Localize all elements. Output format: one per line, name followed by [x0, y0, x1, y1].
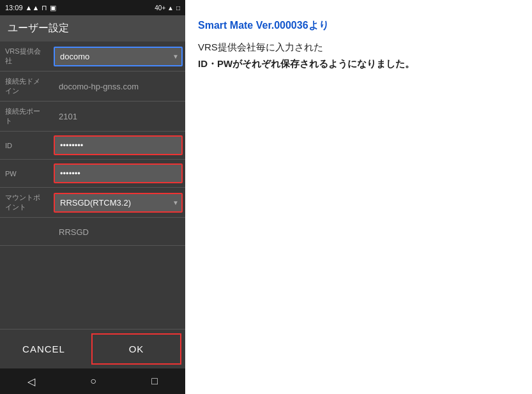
ok-button[interactable]: OK [91, 333, 181, 365]
input-pw-container [51, 161, 185, 186]
field-domain: 接続先ドメイン [0, 72, 185, 102]
input-port-container [51, 105, 185, 128]
field-vrs-company: VRS提供会社 docomo au softbank ▼ [0, 42, 185, 72]
cancel-button[interactable]: CANCEL [0, 330, 87, 368]
input-domain-container [51, 75, 185, 98]
status-bar: 13:09 ▲▲ ⊓ ▣ 40+ ▲ □ [0, 0, 185, 15]
field-rrsgd-static: RRSGD [0, 218, 185, 246]
form-area: VRS提供会社 docomo au softbank ▼ 接続先ドメイン [0, 42, 185, 329]
info-panel: Smart Mate Ver.000036より VRS提供会社毎に入力された I… [185, 0, 532, 394]
nav-bar: ◁ ○ □ [0, 368, 185, 394]
app-content: ユーザー設定 VRS提供会社 docomo au softbank ▼ [0, 15, 185, 368]
info-line2: ID・PWがそれぞれ保存されるようになりました。 [198, 58, 414, 69]
bottom-buttons: CANCEL OK [0, 329, 185, 368]
input-pw[interactable] [54, 163, 183, 183]
battery-level: □ [176, 4, 180, 11]
input-id-container [51, 133, 185, 158]
input-id[interactable] [54, 135, 183, 155]
input-mountpoint-container: RRSGD(RTCM3.2) RRSGD ▼ [51, 190, 185, 215]
field-mountpoint: マウントポイント RRSGD(RTCM3.2) RRSGD ▼ [0, 188, 185, 218]
title-bar: ユーザー設定 [0, 15, 185, 42]
carrier-text: 40+ ▲ [155, 4, 174, 11]
label-mountpoint: マウントポイント [0, 188, 51, 217]
input-domain[interactable] [54, 78, 183, 95]
phone-frame: 13:09 ▲▲ ⊓ ▣ 40+ ▲ □ ユーザー設定 VRS提供会社 doco… [0, 0, 185, 394]
select-wrapper-vrs: docomo au softbank ▼ [54, 47, 183, 66]
field-pw: PW [0, 160, 185, 188]
input-vrs-company-container: docomo au softbank ▼ [51, 44, 185, 69]
home-icon[interactable]: ○ [90, 375, 96, 387]
info-text: VRS提供会社毎に入力された ID・PWがそれぞれ保存されるようになりました。 [198, 39, 519, 72]
status-bar-right: 40+ ▲ □ [155, 4, 180, 11]
label-id: ID [0, 137, 51, 155]
label-rrsgd-empty [0, 227, 51, 237]
signal-icon: ▲▲ [26, 4, 40, 11]
battery-icon: ▣ [50, 4, 56, 12]
label-vrs-company: VRS提供会社 [0, 42, 51, 71]
field-port: 接続先ポート [0, 102, 185, 132]
recent-icon[interactable]: □ [151, 375, 158, 387]
info-title: Smart Mate Ver.000036より [198, 19, 519, 33]
time-display: 13:09 [5, 4, 23, 11]
rrsgd-value-container: RRSGD [51, 224, 185, 240]
back-icon[interactable]: ◁ [27, 375, 35, 388]
input-port[interactable] [54, 108, 183, 125]
field-id: ID [0, 132, 185, 160]
select-mountpoint[interactable]: RRSGD(RTCM3.2) RRSGD [54, 193, 183, 213]
label-domain: 接続先ドメイン [0, 72, 51, 101]
rrsgd-value: RRSGD [54, 222, 94, 242]
status-bar-left: 13:09 ▲▲ ⊓ ▣ [5, 4, 56, 12]
label-pw: PW [0, 165, 51, 183]
wifi-icon: ⊓ [42, 4, 47, 12]
page-title: ユーザー設定 [8, 22, 69, 33]
select-wrapper-mountpoint: RRSGD(RTCM3.2) RRSGD ▼ [54, 193, 183, 213]
label-port: 接続先ポート [0, 102, 51, 131]
select-vrs-company[interactable]: docomo au softbank [54, 47, 183, 66]
info-line1: VRS提供会社毎に入力された [198, 42, 323, 52]
